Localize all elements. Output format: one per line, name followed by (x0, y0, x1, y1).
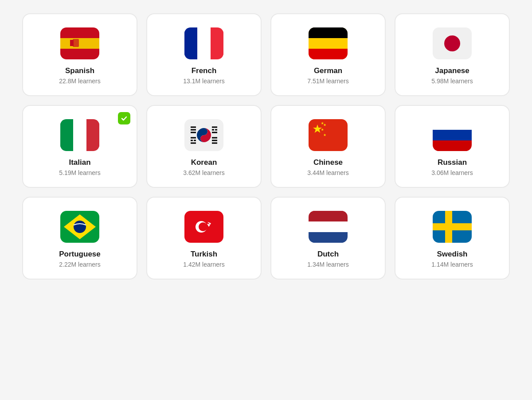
flag-korean (184, 119, 223, 151)
language-grid: Spanish 22.8M learners French 13.1M lear… (22, 13, 510, 280)
language-name-turkish: Turkish (191, 250, 217, 259)
learners-count-korean: 3.62M learners (183, 169, 224, 176)
svg-rect-51 (433, 145, 472, 151)
language-name-italian: Italian (69, 158, 90, 167)
flag-chinese (309, 119, 348, 151)
language-name-chinese: Chinese (313, 158, 343, 167)
svg-rect-2 (60, 35, 99, 38)
flag-japanese (433, 27, 472, 59)
language-card-swedish[interactable]: Swedish 1.14M learners (395, 197, 510, 280)
learners-count-russian: 3.06M learners (431, 169, 473, 176)
language-card-french[interactable]: French 13.1M learners (146, 13, 262, 96)
language-card-turkish[interactable]: Turkish 1.42M learners (146, 197, 262, 280)
flag-russian (433, 119, 472, 151)
svg-rect-48 (433, 124, 472, 130)
language-card-korean[interactable]: Korean 3.62M learners (146, 105, 262, 188)
language-card-spanish[interactable]: Spanish 22.8M learners (22, 13, 137, 96)
svg-point-18 (444, 35, 460, 51)
language-name-spanish: Spanish (65, 66, 94, 75)
flag-german (309, 27, 348, 59)
learners-count-french: 13.1M learners (183, 78, 224, 85)
language-name-japanese: Japanese (435, 66, 469, 75)
language-card-italian[interactable]: Italian 5.19M learners (22, 105, 137, 188)
svg-rect-63 (309, 237, 348, 243)
svg-rect-3 (60, 49, 99, 51)
selected-checkmark (118, 112, 130, 124)
flag-swedish (433, 211, 472, 243)
learners-count-turkish: 1.42M learners (183, 261, 224, 268)
svg-rect-49 (433, 130, 472, 140)
language-card-russian[interactable]: Russian 3.06M learners (395, 105, 510, 188)
language-card-portuguese[interactable]: Portuguese 2.22M learners (22, 197, 137, 280)
language-name-korean: Korean (191, 158, 217, 167)
svg-rect-23 (95, 119, 99, 151)
learners-count-japanese: 5.98M learners (431, 78, 473, 85)
svg-point-54 (74, 221, 86, 233)
svg-rect-16 (309, 53, 348, 59)
language-card-japanese[interactable]: Japanese 5.98M learners (395, 13, 510, 96)
flag-dutch (309, 211, 348, 243)
language-name-russian: Russian (438, 158, 467, 167)
language-name-portuguese: Portuguese (59, 250, 101, 259)
svg-rect-8 (184, 27, 189, 59)
svg-rect-21 (60, 119, 65, 151)
flag-turkish (184, 211, 223, 243)
learners-count-dutch: 1.34M learners (307, 261, 348, 268)
language-card-german[interactable]: German 7.51M learners (270, 13, 386, 96)
svg-point-57 (199, 222, 207, 231)
learners-count-chinese: 3.44M learners (307, 169, 348, 176)
language-name-dutch: Dutch (317, 250, 339, 259)
learners-count-italian: 5.19M learners (59, 169, 100, 176)
learners-count-german: 7.51M learners (307, 78, 348, 85)
svg-rect-10 (219, 27, 223, 59)
learners-count-swedish: 1.14M learners (431, 261, 473, 268)
learners-count-portuguese: 2.22M learners (59, 261, 100, 268)
language-name-french: French (192, 66, 217, 75)
language-name-swedish: Swedish (437, 250, 468, 259)
flag-italian (60, 119, 99, 151)
learners-count-spanish: 22.8M learners (59, 78, 100, 85)
flag-french (184, 27, 223, 59)
svg-rect-40 (309, 119, 348, 151)
language-name-german: German (314, 66, 342, 75)
language-card-dutch[interactable]: Dutch 1.34M learners (270, 197, 386, 280)
flag-portuguese (60, 211, 99, 243)
svg-rect-5 (73, 39, 79, 47)
flag-spanish (60, 27, 99, 59)
svg-rect-66 (445, 211, 452, 243)
svg-rect-61 (309, 211, 348, 217)
svg-rect-14 (309, 27, 348, 34)
language-card-chinese[interactable]: Chinese 3.44M learners (270, 105, 386, 188)
